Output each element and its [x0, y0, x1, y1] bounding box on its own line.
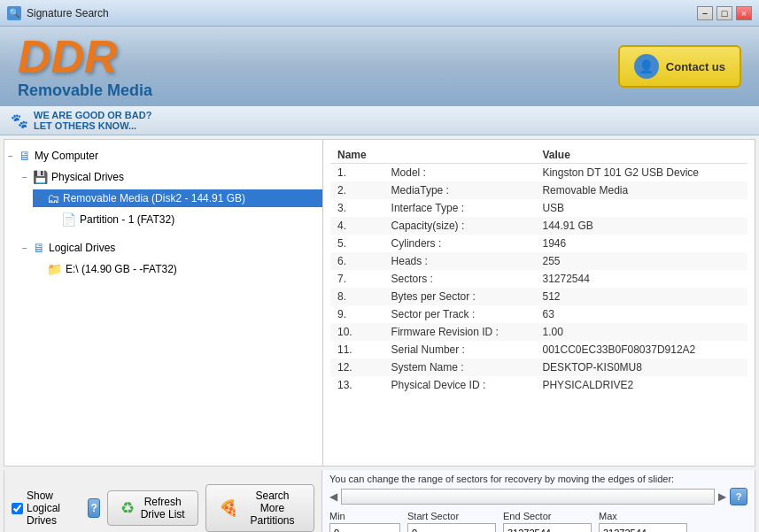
row-name: Sectors :: [384, 270, 536, 288]
row-name: Model :: [384, 164, 536, 182]
row-name: Firmware Revision ID :: [384, 323, 536, 341]
titlebar: 🔍 Signature Search − □ ×: [0, 0, 759, 27]
row-name: Cylinders :: [384, 235, 536, 252]
table-row: 11. Serial Number : 001CC0EC33B0F08037D9…: [330, 341, 747, 359]
row-value: PHYSICALDRIVE2: [535, 376, 747, 394]
table-row: 9. Sector per Track : 63: [330, 305, 747, 323]
end-sector-label: End Sector: [503, 511, 592, 521]
slider-help-button[interactable]: ?: [730, 488, 747, 505]
row-num: 10.: [330, 323, 384, 341]
app-icon: 🔍: [7, 6, 21, 20]
refresh-icon: ♻: [120, 498, 135, 518]
row-name: Serial Number :: [384, 341, 536, 359]
feedback-icon: 🐾: [11, 112, 28, 129]
tree-logical-item[interactable]: 📁 E:\ (14.90 GB - -FAT32): [33, 258, 322, 280]
col-name-header: Name: [330, 147, 384, 164]
row-name: System Name :: [384, 359, 536, 376]
row-num: 4.: [330, 217, 384, 235]
expand-icon: [50, 215, 59, 225]
main-content: − 🖥 My Computer − 💾 Physical Drives − 🗂 …: [4, 139, 755, 466]
show-logical-checkbox[interactable]: [12, 503, 23, 514]
tree-logical-drives[interactable]: − 🖥 Logical Drives: [19, 237, 322, 258]
refresh-drive-button[interactable]: ♻ Refresh Drive List: [107, 490, 198, 526]
table-row: 8. Bytes per Sector : 512: [330, 288, 747, 305]
table-row: 5. Cylinders : 1946: [330, 235, 747, 252]
row-value: 255: [535, 252, 747, 270]
table-row: 2. MediaType : Removable Media: [330, 181, 747, 199]
row-num: 3.: [330, 199, 384, 217]
expand-icon: −: [36, 194, 45, 204]
row-num: 7.: [330, 270, 384, 288]
table-row: 10. Firmware Revision ID : 1.00: [330, 323, 747, 341]
selected-drive-label: Removable Media (Disk2 - 144.91 GB): [63, 192, 245, 204]
max-input: [599, 523, 687, 532]
min-input[interactable]: [329, 523, 400, 532]
tree-partition[interactable]: 📄 Partition - 1 (FAT32): [47, 209, 322, 230]
row-num: 12.: [330, 359, 384, 376]
table-row: 7. Sectors : 31272544: [330, 270, 747, 288]
row-value: 001CC0EC33B0F08037D912A2: [535, 341, 747, 359]
row-value: 1.00: [535, 323, 747, 341]
row-name: Interface Type :: [384, 199, 536, 217]
table-row: 13. Physical Device ID : PHYSICALDRIVE2: [330, 376, 747, 394]
row-name: Heads :: [384, 252, 536, 270]
file-tree: − 🖥 My Computer − 💾 Physical Drives − 🗂 …: [4, 140, 323, 466]
range-fields: Min Start Sector End Sector Max: [329, 511, 747, 532]
right-bottom-controls: You can change the range of sectors for …: [322, 470, 755, 532]
contact-icon: 👤: [634, 54, 659, 79]
expand-icon: [36, 265, 45, 274]
row-num: 8.: [330, 288, 384, 305]
expand-icon: −: [22, 243, 31, 253]
tree-selected-drive[interactable]: − 🗂 Removable Media (Disk2 - 144.91 GB): [33, 188, 322, 209]
row-num: 13.: [330, 376, 384, 394]
slider-track[interactable]: [341, 489, 715, 505]
help-button[interactable]: ?: [88, 498, 100, 518]
left-bottom-controls: Show Logical Drives ? ♻ Refresh Drive Li…: [4, 470, 322, 532]
logical-drives-icon: 🖥: [33, 241, 45, 255]
table-row: 12. System Name : DESKTOP-KIS0MU8: [330, 359, 747, 376]
table-row: 3. Interface Type : USB: [330, 199, 747, 217]
row-value: Kingston DT 101 G2 USB Device: [535, 164, 747, 182]
row-name: Capacity(size) :: [384, 217, 536, 235]
bottom-controls-row: Show Logical Drives ? ♻ Refresh Drive Li…: [4, 470, 755, 532]
start-sector-input[interactable]: [407, 523, 496, 532]
row-num: 5.: [330, 235, 384, 252]
app-subtitle: Removable Media: [18, 81, 618, 100]
partition-icon: 📄: [61, 212, 76, 227]
window-title: Signature Search: [27, 7, 697, 19]
col-value-header: Value: [535, 147, 747, 164]
removable-drive-icon: 🗂: [47, 191, 59, 205]
tree-root[interactable]: − 🖥 My Computer: [4, 145, 322, 166]
physical-drives-icon: 💾: [33, 170, 48, 184]
logical-item-icon: 📁: [47, 262, 62, 276]
logical-drives-label: Logical Drives: [49, 242, 115, 254]
maximize-button[interactable]: □: [716, 6, 732, 20]
minimize-button[interactable]: −: [697, 6, 713, 20]
end-sector-input[interactable]: [503, 523, 592, 532]
show-logical-label[interactable]: Show Logical Drives: [12, 490, 81, 527]
detail-table: Name Value 1. Model : Kingston DT 101 G2…: [330, 147, 747, 394]
contact-button[interactable]: 👤 Contact us: [618, 45, 741, 88]
row-num: 2.: [330, 181, 384, 199]
logical-item-label: E:\ (14.90 GB - -FAT32): [66, 263, 177, 275]
row-name: Physical Device ID :: [384, 376, 536, 394]
row-value: DESKTOP-KIS0MU8: [535, 359, 747, 376]
close-button[interactable]: ×: [736, 6, 752, 20]
header: DDR Removable Media 👤 Contact us: [0, 27, 759, 106]
row-num: 9.: [330, 305, 384, 323]
row-name: Bytes per Sector :: [384, 288, 536, 305]
tree-physical-drives[interactable]: − 💾 Physical Drives: [19, 166, 322, 188]
physical-drives-label: Physical Drives: [51, 171, 124, 183]
row-value: 512: [535, 288, 747, 305]
brand-name: DDR: [18, 34, 618, 80]
row-num: 1.: [330, 164, 384, 182]
detail-panel: Name Value 1. Model : Kingston DT 101 G2…: [323, 140, 755, 466]
row-value: 144.91 GB: [535, 217, 747, 235]
slider-right-arrow: ▶: [718, 490, 726, 503]
partition-label: Partition - 1 (FAT32): [80, 213, 174, 226]
search-partitions-button[interactable]: 🍕 Search More Partitions: [205, 484, 314, 532]
min-label: Min: [329, 511, 400, 521]
feedback-text: WE ARE GOOD OR BAD? LET OTHERS KNOW...: [34, 110, 151, 131]
max-field: Max: [599, 511, 687, 532]
feedback-bar[interactable]: 🐾 WE ARE GOOD OR BAD? LET OTHERS KNOW...: [0, 106, 759, 135]
